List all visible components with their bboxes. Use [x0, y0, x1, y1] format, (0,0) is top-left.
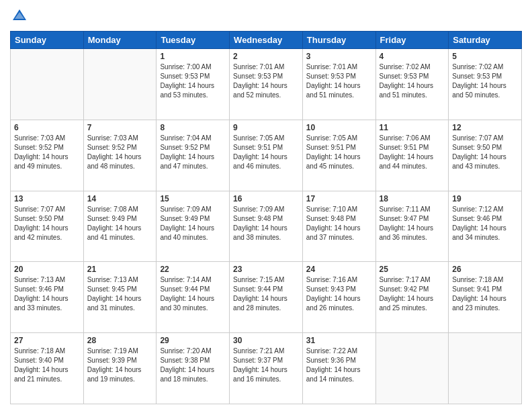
- calendar-cell: 3Sunrise: 7:01 AMSunset: 9:53 PMDaylight…: [302, 49, 375, 120]
- day-number: 3: [306, 52, 372, 61]
- calendar-cell: 16Sunrise: 7:09 AMSunset: 9:48 PMDayligh…: [230, 191, 303, 262]
- day-number: 28: [87, 336, 153, 345]
- day-number: 2: [233, 52, 299, 61]
- day-number: 8: [160, 123, 226, 132]
- calendar-cell: 17Sunrise: 7:10 AMSunset: 9:48 PMDayligh…: [302, 191, 375, 262]
- calendar-cell: 26Sunrise: 7:18 AMSunset: 9:41 PMDayligh…: [449, 262, 522, 333]
- cell-details: Sunrise: 7:07 AMSunset: 9:50 PMDaylight:…: [452, 134, 518, 171]
- cell-details: Sunrise: 7:22 AMSunset: 9:36 PMDaylight:…: [306, 347, 372, 384]
- weekday-header: Thursday: [302, 32, 375, 49]
- calendar-week-row: 1Sunrise: 7:00 AMSunset: 9:53 PMDaylight…: [11, 49, 522, 120]
- calendar-table: SundayMondayTuesdayWednesdayThursdayFrid…: [10, 31, 522, 404]
- calendar-week-row: 27Sunrise: 7:18 AMSunset: 9:40 PMDayligh…: [11, 333, 522, 404]
- cell-details: Sunrise: 7:17 AMSunset: 9:42 PMDaylight:…: [380, 275, 445, 313]
- calendar-cell: [83, 49, 157, 120]
- cell-details: Sunrise: 7:00 AMSunset: 9:53 PMDaylight:…: [160, 62, 226, 100]
- weekday-header: Monday: [83, 32, 157, 49]
- calendar-week-row: 13Sunrise: 7:07 AMSunset: 9:50 PMDayligh…: [11, 191, 522, 262]
- header: [10, 7, 522, 26]
- cell-details: Sunrise: 7:06 AMSunset: 9:51 PMDaylight:…: [380, 134, 445, 171]
- cell-details: Sunrise: 7:12 AMSunset: 9:46 PMDaylight:…: [452, 205, 518, 242]
- cell-details: Sunrise: 7:10 AMSunset: 9:48 PMDaylight:…: [306, 205, 372, 242]
- day-number: 24: [306, 265, 372, 274]
- calendar-cell: 11Sunrise: 7:06 AMSunset: 9:51 PMDayligh…: [375, 120, 449, 191]
- day-number: 16: [233, 194, 299, 203]
- calendar-cell: 5Sunrise: 7:02 AMSunset: 9:53 PMDaylight…: [449, 49, 522, 120]
- calendar-cell: 23Sunrise: 7:15 AMSunset: 9:44 PMDayligh…: [230, 262, 303, 333]
- cell-details: Sunrise: 7:18 AMSunset: 9:40 PMDaylight:…: [14, 347, 80, 384]
- calendar-cell: 14Sunrise: 7:08 AMSunset: 9:49 PMDayligh…: [83, 191, 157, 262]
- calendar-cell: 7Sunrise: 7:03 AMSunset: 9:52 PMDaylight…: [83, 120, 157, 191]
- day-number: 14: [87, 194, 153, 203]
- day-number: 13: [14, 194, 80, 203]
- day-number: 5: [452, 52, 518, 61]
- day-number: 18: [380, 194, 445, 203]
- calendar-cell: 31Sunrise: 7:22 AMSunset: 9:36 PMDayligh…: [302, 333, 375, 404]
- weekday-header: Saturday: [449, 32, 522, 49]
- calendar-cell: 22Sunrise: 7:14 AMSunset: 9:44 PMDayligh…: [157, 262, 230, 333]
- day-number: 26: [452, 265, 518, 274]
- day-number: 31: [306, 336, 372, 345]
- calendar-cell: 27Sunrise: 7:18 AMSunset: 9:40 PMDayligh…: [11, 333, 84, 404]
- calendar-cell: 13Sunrise: 7:07 AMSunset: 9:50 PMDayligh…: [11, 191, 84, 262]
- cell-details: Sunrise: 7:13 AMSunset: 9:45 PMDaylight:…: [87, 275, 153, 313]
- cell-details: Sunrise: 7:15 AMSunset: 9:44 PMDaylight:…: [233, 275, 299, 313]
- cell-details: Sunrise: 7:05 AMSunset: 9:51 PMDaylight:…: [233, 134, 299, 171]
- cell-details: Sunrise: 7:21 AMSunset: 9:37 PMDaylight:…: [233, 347, 299, 384]
- day-number: 7: [87, 123, 153, 132]
- calendar-cell: 10Sunrise: 7:05 AMSunset: 9:51 PMDayligh…: [302, 120, 375, 191]
- calendar-cell: 21Sunrise: 7:13 AMSunset: 9:45 PMDayligh…: [83, 262, 157, 333]
- weekday-header: Tuesday: [157, 32, 230, 49]
- calendar-cell: 25Sunrise: 7:17 AMSunset: 9:42 PMDayligh…: [375, 262, 449, 333]
- calendar-cell: 20Sunrise: 7:13 AMSunset: 9:46 PMDayligh…: [11, 262, 84, 333]
- calendar-cell: 2Sunrise: 7:01 AMSunset: 9:53 PMDaylight…: [230, 49, 303, 120]
- cell-details: Sunrise: 7:07 AMSunset: 9:50 PMDaylight:…: [14, 205, 80, 242]
- cell-details: Sunrise: 7:05 AMSunset: 9:51 PMDaylight:…: [306, 134, 372, 171]
- cell-details: Sunrise: 7:01 AMSunset: 9:53 PMDaylight:…: [306, 62, 372, 100]
- day-number: 9: [233, 123, 299, 132]
- cell-details: Sunrise: 7:20 AMSunset: 9:38 PMDaylight:…: [160, 347, 226, 384]
- day-number: 4: [380, 52, 445, 61]
- cell-details: Sunrise: 7:09 AMSunset: 9:48 PMDaylight:…: [233, 205, 299, 242]
- calendar-cell: 15Sunrise: 7:09 AMSunset: 9:49 PMDayligh…: [157, 191, 230, 262]
- day-number: 27: [14, 336, 80, 345]
- cell-details: Sunrise: 7:19 AMSunset: 9:39 PMDaylight:…: [87, 347, 153, 384]
- weekday-header: Sunday: [11, 32, 84, 49]
- calendar-cell: 4Sunrise: 7:02 AMSunset: 9:53 PMDaylight…: [375, 49, 449, 120]
- calendar-cell: 12Sunrise: 7:07 AMSunset: 9:50 PMDayligh…: [449, 120, 522, 191]
- day-number: 11: [380, 123, 445, 132]
- logo-icon: [10, 7, 29, 26]
- calendar-cell: 30Sunrise: 7:21 AMSunset: 9:37 PMDayligh…: [230, 333, 303, 404]
- cell-details: Sunrise: 7:02 AMSunset: 9:53 PMDaylight:…: [452, 62, 518, 100]
- calendar-cell: 24Sunrise: 7:16 AMSunset: 9:43 PMDayligh…: [302, 262, 375, 333]
- day-number: 6: [14, 123, 80, 132]
- cell-details: Sunrise: 7:03 AMSunset: 9:52 PMDaylight:…: [14, 134, 80, 171]
- calendar-cell: 29Sunrise: 7:20 AMSunset: 9:38 PMDayligh…: [157, 333, 230, 404]
- calendar-cell: 6Sunrise: 7:03 AMSunset: 9:52 PMDaylight…: [11, 120, 84, 191]
- day-number: 29: [160, 336, 226, 345]
- cell-details: Sunrise: 7:16 AMSunset: 9:43 PMDaylight:…: [306, 275, 372, 313]
- calendar-week-row: 6Sunrise: 7:03 AMSunset: 9:52 PMDaylight…: [11, 120, 522, 191]
- day-number: 20: [14, 265, 80, 274]
- calendar-cell: [11, 49, 84, 120]
- day-number: 15: [160, 194, 226, 203]
- cell-details: Sunrise: 7:09 AMSunset: 9:49 PMDaylight:…: [160, 205, 226, 242]
- calendar-cell: 28Sunrise: 7:19 AMSunset: 9:39 PMDayligh…: [83, 333, 157, 404]
- calendar-cell: [375, 333, 449, 404]
- day-number: 25: [380, 265, 445, 274]
- cell-details: Sunrise: 7:14 AMSunset: 9:44 PMDaylight:…: [160, 275, 226, 313]
- calendar-cell: [449, 333, 522, 404]
- calendar-cell: 1Sunrise: 7:00 AMSunset: 9:53 PMDaylight…: [157, 49, 230, 120]
- weekday-header: Friday: [375, 32, 449, 49]
- cell-details: Sunrise: 7:08 AMSunset: 9:49 PMDaylight:…: [87, 205, 153, 242]
- day-number: 19: [452, 194, 518, 203]
- page: SundayMondayTuesdayWednesdayThursdayFrid…: [0, 0, 532, 411]
- cell-details: Sunrise: 7:01 AMSunset: 9:53 PMDaylight:…: [233, 62, 299, 100]
- logo: [10, 7, 32, 26]
- cell-details: Sunrise: 7:18 AMSunset: 9:41 PMDaylight:…: [452, 275, 518, 313]
- cell-details: Sunrise: 7:13 AMSunset: 9:46 PMDaylight:…: [14, 275, 80, 313]
- calendar-cell: 18Sunrise: 7:11 AMSunset: 9:47 PMDayligh…: [375, 191, 449, 262]
- day-number: 30: [233, 336, 299, 345]
- day-number: 21: [87, 265, 153, 274]
- calendar-cell: 19Sunrise: 7:12 AMSunset: 9:46 PMDayligh…: [449, 191, 522, 262]
